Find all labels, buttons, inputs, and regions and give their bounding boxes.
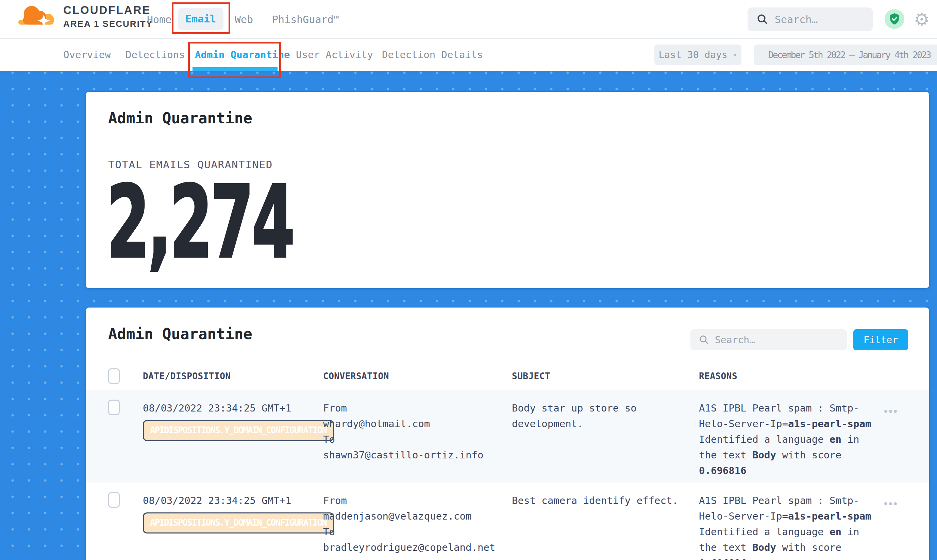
tab-detection-details[interactable]: Detection Details: [382, 39, 483, 71]
row-checkbox[interactable]: [108, 492, 120, 508]
disposition-badge: APIDISPOSITIONS.Y_DOMAIN_CONFIGURATION: [143, 512, 334, 534]
tab-user-activity[interactable]: User Activity: [296, 39, 373, 71]
global-search-input[interactable]: [775, 14, 863, 26]
nav-item-web[interactable]: Web: [235, 0, 253, 39]
row-reasons: A1S IPBL Pearl spam : Smtp-Helo-Server-I…: [699, 483, 874, 560]
shield-check-icon: [889, 12, 900, 26]
summary-card-title: Admin Quarantine: [108, 109, 252, 127]
col-header-conversation: CONVERSATION: [323, 371, 512, 381]
row-checkbox[interactable]: [108, 400, 120, 415]
to-label: To: [323, 524, 512, 540]
row-conversation: From whardy@hotmail.com To shawn37@casti…: [323, 390, 512, 463]
page-background: Admin Quarantine TOTAL EMAILS QUARANTINE…: [0, 71, 937, 560]
row-date-disposition: 08/03/2022 23:34:25 GMT+1 APIDISPOSITION…: [143, 390, 323, 416]
cloudflare-cloud-icon: [18, 3, 58, 30]
date-preset-label: Last 30 days: [659, 49, 727, 60]
row-subject: Body star up store so development.: [512, 390, 699, 432]
row-actions-menu-icon[interactable]: [884, 410, 897, 413]
area1-dashboard: CLOUDFLARE AREA 1 SECURITY Home Email We…: [0, 0, 937, 560]
global-search: [747, 8, 873, 31]
row-date: 08/03/2022 23:34:25 GMT+1: [143, 493, 323, 508]
col-header-reasons: REASONS: [699, 371, 874, 381]
settings-gear-icon[interactable]: ⚙: [911, 8, 932, 31]
nav-item-phishguard[interactable]: PhishGuard™: [272, 0, 340, 39]
nav-item-email[interactable]: Email: [178, 8, 224, 30]
brand-name: CLOUDFLARE: [63, 4, 153, 17]
chevron-down-icon: ▾: [733, 51, 737, 59]
table-row[interactable]: 08/03/2022 23:34:25 GMT+1 APIDISPOSITION…: [86, 390, 929, 483]
date-preset-dropdown[interactable]: Last 30 days ▾: [655, 45, 741, 65]
from-label: From: [323, 400, 512, 416]
table-search-input[interactable]: [715, 334, 827, 346]
top-header: CLOUDFLARE AREA 1 SECURITY Home Email We…: [0, 0, 937, 39]
row-date-disposition: 08/03/2022 23:34:25 GMT+1 APIDISPOSITION…: [143, 483, 323, 508]
search-icon: [699, 334, 710, 345]
quarantine-table-card: Admin Quarantine Filter DATE/DISPOSITION…: [86, 308, 929, 560]
total-quarantined-value: 2,274: [107, 172, 293, 272]
tab-admin-quarantine[interactable]: Admin Quarantine: [195, 39, 290, 71]
nav-item-home[interactable]: Home: [147, 0, 171, 39]
protection-status-button[interactable]: [885, 9, 905, 29]
row-date: 08/03/2022 23:34:25 GMT+1: [143, 400, 323, 416]
active-tab-underline: [193, 67, 278, 71]
date-range-label: December 5th 2022 — January 4th 2023: [768, 49, 930, 60]
quarantine-table: DATE/DISPOSITION CONVERSATION SUBJECT RE…: [86, 362, 929, 560]
table-search: [690, 329, 847, 350]
row-reasons: A1S IPBL Pearl spam : Smtp-Helo-Server-I…: [699, 390, 874, 478]
select-all-checkbox[interactable]: [108, 368, 120, 384]
to-email: shawn37@castillo-ortiz.info: [323, 447, 512, 463]
from-label: From: [323, 493, 512, 508]
tab-overview[interactable]: Overview: [63, 39, 111, 71]
email-subnav: Overview Detections Admin Quarantine Use…: [0, 39, 937, 71]
filter-button[interactable]: Filter: [853, 329, 908, 350]
to-email: bradleyrodriguez@copeland.net: [323, 540, 512, 555]
table-row[interactable]: 08/03/2022 23:34:25 GMT+1 APIDISPOSITION…: [86, 483, 929, 560]
brand-subname: AREA 1 SECURITY: [63, 19, 153, 29]
col-header-subject: SUBJECT: [512, 371, 699, 381]
disposition-badge: APIDISPOSITIONS.Y_DOMAIN_CONFIGURATION: [143, 420, 334, 441]
table-card-title: Admin Quarantine: [108, 325, 252, 343]
summary-card: Admin Quarantine TOTAL EMAILS QUARANTINE…: [86, 92, 929, 288]
from-email: maddenjason@velazquez.com: [323, 508, 512, 524]
date-range-display[interactable]: December 5th 2022 — January 4th 2023: [754, 45, 937, 65]
tab-detections[interactable]: Detections: [125, 39, 185, 71]
cloudflare-logo[interactable]: CLOUDFLARE AREA 1 SECURITY: [18, 3, 153, 30]
row-conversation: From maddenjason@velazquez.com To bradle…: [323, 483, 512, 555]
brand-text: CLOUDFLARE AREA 1 SECURITY: [63, 4, 153, 29]
table-header-row: DATE/DISPOSITION CONVERSATION SUBJECT RE…: [86, 362, 929, 390]
col-header-date-disposition: DATE/DISPOSITION: [143, 371, 323, 381]
from-email: whardy@hotmail.com: [323, 416, 512, 432]
search-icon: [756, 13, 769, 26]
row-actions-menu-icon[interactable]: [884, 502, 897, 505]
row-subject: Best camera identify effect.: [512, 483, 699, 508]
to-label: To: [323, 432, 512, 447]
